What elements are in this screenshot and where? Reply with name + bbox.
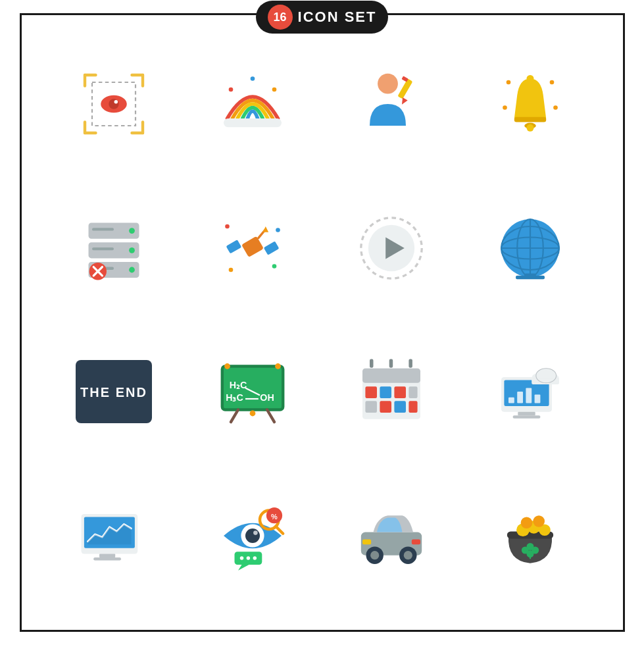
icon-cell-writer bbox=[326, 48, 458, 160]
svg-rect-33 bbox=[92, 247, 114, 249]
svg-point-13 bbox=[272, 88, 277, 92]
svg-rect-78 bbox=[362, 369, 420, 383]
bell-icon bbox=[494, 68, 566, 140]
monitor-chart-icon bbox=[78, 500, 150, 572]
svg-rect-59 bbox=[524, 273, 536, 278]
svg-point-16 bbox=[378, 74, 398, 94]
svg-point-20 bbox=[507, 80, 511, 85]
play-button-icon bbox=[355, 212, 428, 284]
chemistry-icon: H₂C H₃C OH bbox=[216, 355, 289, 428]
svg-point-119 bbox=[370, 551, 379, 559]
svg-point-35 bbox=[129, 267, 135, 272]
icons-grid: THE END H₂C H₃C OH bbox=[22, 15, 623, 630]
svg-rect-45 bbox=[226, 240, 242, 253]
svg-point-32 bbox=[129, 247, 135, 253]
icon-cell-calendar bbox=[326, 336, 458, 448]
svg-point-10 bbox=[109, 99, 118, 109]
main-container: 16 Icon Set bbox=[20, 13, 625, 632]
the-end-icon: THE END bbox=[74, 359, 153, 425]
svg-rect-74 bbox=[370, 359, 374, 368]
svg-point-12 bbox=[229, 88, 234, 92]
svg-rect-17 bbox=[397, 78, 412, 99]
icon-cell-monitor-chart bbox=[48, 480, 180, 592]
eye-scan-icon bbox=[78, 68, 150, 140]
svg-point-14 bbox=[251, 76, 255, 81]
icon-cell-pot-gold bbox=[464, 480, 597, 592]
icon-cell-chemistry: H₂C H₃C OH bbox=[187, 336, 319, 448]
svg-point-112 bbox=[240, 556, 244, 560]
svg-rect-83 bbox=[365, 401, 377, 413]
svg-rect-85 bbox=[394, 401, 406, 413]
writer-icon bbox=[355, 68, 428, 140]
svg-rect-81 bbox=[394, 386, 406, 398]
svg-rect-123 bbox=[412, 539, 420, 544]
svg-rect-15 bbox=[224, 118, 282, 127]
icon-cell-globe bbox=[464, 192, 597, 304]
svg-point-114 bbox=[253, 556, 257, 560]
cloud-analytics-icon bbox=[494, 355, 566, 428]
svg-rect-92 bbox=[517, 392, 523, 403]
svg-point-128 bbox=[521, 517, 533, 529]
svg-point-26 bbox=[527, 124, 534, 132]
svg-point-107 bbox=[253, 530, 258, 535]
svg-point-27 bbox=[527, 75, 534, 82]
svg-rect-89 bbox=[518, 412, 535, 416]
server-delete-icon bbox=[78, 212, 150, 284]
icon-cell-rainbow bbox=[187, 48, 319, 160]
svg-text:%: % bbox=[271, 512, 278, 520]
svg-point-129 bbox=[533, 515, 545, 527]
svg-point-71 bbox=[224, 363, 230, 369]
svg-point-121 bbox=[404, 551, 412, 559]
svg-rect-102 bbox=[99, 554, 115, 557]
svg-point-21 bbox=[550, 80, 555, 85]
svg-rect-86 bbox=[409, 401, 417, 413]
eye-search-icon: % bbox=[216, 500, 289, 572]
svg-rect-46 bbox=[264, 241, 280, 255]
svg-rect-24 bbox=[514, 117, 546, 122]
svg-text:OH: OH bbox=[260, 392, 274, 403]
svg-point-42 bbox=[229, 267, 234, 272]
icon-cell-eye-search: % bbox=[187, 480, 319, 592]
pot-of-gold-icon bbox=[494, 500, 566, 572]
svg-rect-76 bbox=[409, 359, 412, 368]
svg-rect-93 bbox=[526, 388, 532, 403]
svg-rect-44 bbox=[241, 236, 264, 257]
svg-text:H₃C: H₃C bbox=[226, 392, 243, 403]
svg-rect-90 bbox=[513, 415, 541, 418]
svg-rect-80 bbox=[380, 386, 391, 398]
svg-rect-84 bbox=[380, 401, 391, 413]
icon-count: 16 bbox=[268, 5, 293, 30]
icon-cell-server bbox=[48, 192, 180, 304]
icon-cell-satellite bbox=[187, 192, 319, 304]
svg-point-113 bbox=[247, 556, 251, 560]
svg-text:H₂C: H₂C bbox=[230, 380, 247, 390]
svg-marker-18 bbox=[399, 97, 408, 106]
svg-rect-82 bbox=[409, 386, 417, 398]
svg-rect-103 bbox=[93, 557, 121, 560]
svg-line-64 bbox=[231, 410, 238, 423]
globe-icon bbox=[494, 212, 566, 284]
svg-rect-30 bbox=[92, 228, 114, 230]
rainbow-icon bbox=[216, 68, 289, 140]
svg-point-23 bbox=[553, 105, 558, 110]
header-badge: 16 Icon Set bbox=[256, 1, 389, 34]
svg-point-106 bbox=[245, 529, 260, 543]
svg-line-65 bbox=[267, 410, 274, 423]
svg-point-29 bbox=[129, 228, 135, 234]
svg-point-133 bbox=[527, 543, 534, 550]
icon-cell-eye-scan bbox=[48, 48, 180, 160]
svg-point-73 bbox=[250, 411, 256, 417]
svg-rect-122 bbox=[362, 539, 371, 544]
svg-point-40 bbox=[225, 224, 230, 228]
svg-rect-94 bbox=[535, 394, 541, 403]
icon-cell-bell bbox=[464, 48, 597, 160]
svg-text:THE END: THE END bbox=[80, 385, 147, 400]
calendar-icon bbox=[355, 355, 428, 428]
icon-cell-play bbox=[326, 192, 458, 304]
svg-point-22 bbox=[503, 105, 507, 110]
svg-point-41 bbox=[276, 228, 280, 232]
icon-set-label: Icon Set bbox=[298, 9, 377, 26]
svg-point-72 bbox=[275, 363, 281, 369]
svg-marker-111 bbox=[238, 565, 249, 571]
icon-cell-car bbox=[326, 480, 458, 592]
